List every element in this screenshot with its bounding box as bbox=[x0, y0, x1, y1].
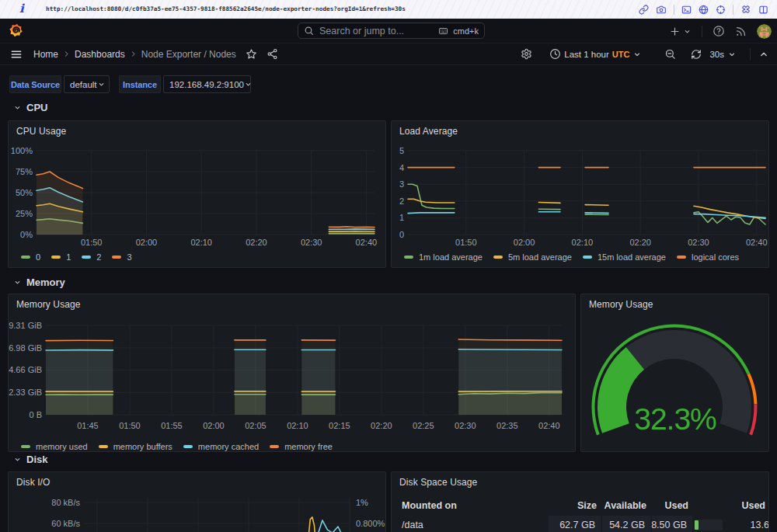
refresh-icon[interactable] bbox=[691, 49, 702, 60]
link-icon[interactable] bbox=[639, 5, 649, 15]
panel-title[interactable]: Load Average bbox=[399, 126, 458, 137]
browser-url-bar: i http://localhost:8080/d/c0fb37a5-ee75-… bbox=[0, 0, 777, 19]
chevron-down-icon bbox=[632, 50, 642, 59]
cpu-usage-chart: 0%25%50%75%100%01:5002:0002:1002:2002:30… bbox=[9, 121, 385, 267]
legend-item[interactable]: 1 bbox=[51, 252, 71, 262]
page-info-icon[interactable]: i bbox=[19, 2, 24, 16]
variable-value-instance[interactable]: 192.168.49.2:9100 bbox=[163, 75, 251, 93]
variable-datasource: Data Source default bbox=[9, 75, 110, 93]
legend-label: memory buffers bbox=[113, 442, 172, 451]
legend-item[interactable]: 15m load average bbox=[583, 252, 666, 262]
column-size[interactable]: Size bbox=[549, 500, 602, 511]
search-input[interactable]: Search or jump to... cmd+k bbox=[298, 23, 485, 39]
disk-io-chart: 80 kB/s60 kB/s40 kB/s20 kB/s1%0.800%0.60… bbox=[9, 472, 385, 532]
globe-icon[interactable] bbox=[699, 5, 709, 15]
svg-text:01:50: 01:50 bbox=[81, 238, 103, 247]
chevron-down-icon bbox=[13, 103, 22, 112]
table-row[interactable]: /data 62.7 GB 54.2 GB 8.50 GB 13.6% bbox=[392, 516, 769, 532]
section-header-memory[interactable]: Memory bbox=[13, 276, 65, 288]
variable-value-text: default bbox=[70, 80, 97, 89]
column-available[interactable]: Available bbox=[602, 500, 652, 511]
section-title: Disk bbox=[26, 454, 47, 465]
variable-label-instance[interactable]: Instance bbox=[119, 75, 161, 93]
terminal-icon[interactable] bbox=[681, 5, 692, 15]
panel-memory-gauge[interactable]: Memory Usage 32.3% bbox=[580, 294, 769, 452]
legend-label: 15m load average bbox=[598, 252, 666, 262]
keyboard-icon bbox=[437, 26, 449, 36]
nav-separator bbox=[702, 26, 702, 37]
svg-text:1: 1 bbox=[399, 213, 404, 222]
toolbar-separator bbox=[733, 5, 733, 15]
svg-text:5: 5 bbox=[399, 146, 404, 155]
panel-title[interactable]: Disk I/O bbox=[16, 477, 50, 488]
legend-item[interactable]: memory used bbox=[21, 442, 88, 451]
used-bar-track bbox=[694, 520, 723, 530]
legend-item[interactable]: 3 bbox=[112, 252, 131, 262]
legend-item[interactable]: memory cached bbox=[183, 442, 259, 451]
svg-text:02:00: 02:00 bbox=[514, 238, 535, 247]
breadcrumb-home[interactable]: Home bbox=[33, 49, 58, 60]
legend-marker bbox=[677, 256, 686, 259]
svg-text:1%: 1% bbox=[356, 498, 368, 507]
panel-disk-space[interactable]: Disk Space Usage Mounted on Size Availab… bbox=[391, 471, 769, 532]
svg-text:02:15: 02:15 bbox=[329, 421, 350, 430]
extensions-icon[interactable] bbox=[740, 4, 751, 15]
table-header[interactable]: Mounted on Size Available Used Used bbox=[392, 496, 769, 515]
legend-item[interactable]: memory free bbox=[270, 442, 333, 451]
variable-value-datasource[interactable]: default bbox=[64, 75, 110, 93]
crosshair-icon[interactable] bbox=[716, 5, 726, 15]
legend-item[interactable]: memory buffers bbox=[99, 442, 172, 451]
add-new-button[interactable] bbox=[669, 26, 692, 37]
camera-icon[interactable] bbox=[656, 5, 667, 15]
panel-disk-io[interactable]: Disk I/O 80 kB/s60 kB/s40 kB/s20 kB/s1%0… bbox=[8, 471, 386, 532]
share-icon[interactable] bbox=[267, 48, 278, 60]
refresh-interval-label: 30s bbox=[709, 50, 724, 59]
breadcrumb-dashboards[interactable]: Dashboards bbox=[75, 49, 125, 60]
section-header-cpu[interactable]: CPU bbox=[13, 102, 47, 113]
collapse-up-icon[interactable] bbox=[758, 49, 769, 60]
cell-mounted-on: /data bbox=[392, 520, 549, 530]
legend-label: 5m load average bbox=[508, 252, 572, 262]
chevron-down-icon bbox=[13, 455, 22, 464]
variable-label-datasource[interactable]: Data Source bbox=[9, 75, 61, 93]
panel-title[interactable]: CPU Usage bbox=[16, 126, 66, 137]
panel-load-average[interactable]: Load Average 01234501:5002:0002:1002:200… bbox=[391, 120, 769, 268]
variable-instance: Instance 192.168.49.2:9100 bbox=[119, 75, 251, 93]
legend-label: 1 bbox=[66, 252, 71, 262]
legend-item[interactable]: 1m load average bbox=[404, 252, 483, 262]
column-used-pct[interactable]: Used bbox=[725, 500, 769, 511]
time-range-label: Last 1 hour bbox=[564, 50, 609, 59]
favorite-star-icon[interactable] bbox=[246, 48, 257, 60]
cell-used-pct: 13.6% bbox=[725, 520, 769, 530]
column-used[interactable]: Used bbox=[652, 500, 694, 511]
svg-text:4: 4 bbox=[399, 163, 404, 172]
panel-title[interactable]: Memory Usage bbox=[589, 299, 653, 310]
time-range-picker[interactable]: Last 1 hour UTC bbox=[549, 48, 642, 60]
url-text[interactable]: http://localhost:8080/d/c0fb37a5-ee75-43… bbox=[46, 5, 406, 12]
svg-text:02:30: 02:30 bbox=[688, 238, 709, 247]
svg-text:02:10: 02:10 bbox=[572, 238, 594, 247]
panel-cpu-usage[interactable]: CPU Usage 0%25%50%75%100%01:5002:0002:10… bbox=[8, 120, 386, 268]
column-mounted-on[interactable]: Mounted on bbox=[392, 500, 549, 511]
legend-item[interactable]: 2 bbox=[82, 252, 101, 262]
news-icon[interactable] bbox=[735, 26, 747, 37]
user-avatar[interactable] bbox=[757, 24, 772, 39]
help-icon[interactable] bbox=[713, 25, 725, 37]
menu-icon[interactable] bbox=[10, 48, 23, 61]
split-view-icon[interactable] bbox=[758, 5, 768, 15]
panel-memory-usage[interactable]: Memory Usage 0 B2.33 GiB4.66 GiB6.98 GiB… bbox=[8, 294, 576, 452]
svg-text:0%: 0% bbox=[20, 230, 33, 239]
section-header-disk[interactable]: Disk bbox=[13, 454, 47, 465]
zoom-out-icon[interactable] bbox=[664, 48, 676, 60]
panel-title[interactable]: Memory Usage bbox=[16, 299, 81, 310]
dashboard-settings-icon[interactable] bbox=[521, 48, 532, 60]
legend-item[interactable]: 0 bbox=[21, 252, 40, 262]
shortcut-text: cmd+k bbox=[453, 26, 479, 36]
panel-title[interactable]: Disk Space Usage bbox=[399, 477, 477, 488]
grafana-logo[interactable] bbox=[9, 23, 23, 37]
legend-label: 2 bbox=[96, 252, 101, 262]
legend-item[interactable]: logical cores bbox=[677, 252, 739, 262]
search-shortcut: cmd+k bbox=[437, 26, 479, 36]
refresh-picker[interactable]: 30s bbox=[691, 49, 737, 60]
legend-item[interactable]: 5m load average bbox=[493, 252, 572, 262]
